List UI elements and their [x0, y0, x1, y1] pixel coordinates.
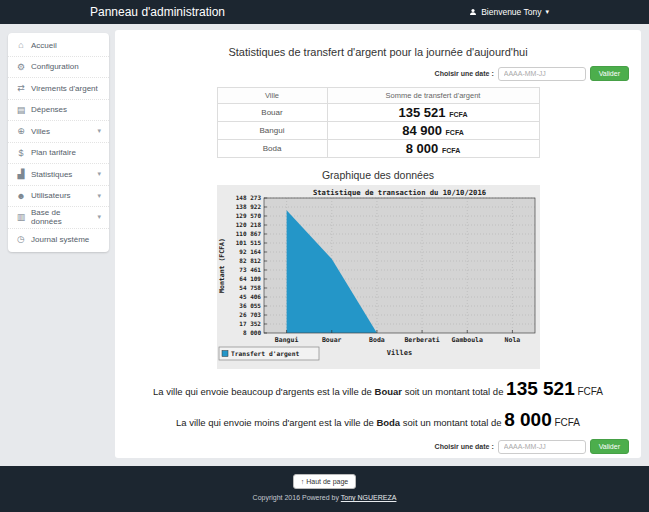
y-tick-label: 129 570	[235, 212, 261, 219]
back-to-top-button[interactable]: ↑ Haut de page	[293, 474, 357, 489]
sidebar-item-plan-tarifaire[interactable]: $Plan tarifaire	[8, 143, 109, 165]
sidebar-item-accueil[interactable]: ⌂Accueil	[8, 35, 109, 57]
app-title: Panneau d'administration	[90, 5, 225, 19]
y-tick-label: 26 703	[239, 311, 261, 318]
summary-max-city: Bouar	[375, 386, 402, 397]
author-link[interactable]: Tony NGUEREZA	[341, 494, 397, 501]
sidebar-item-label: Base de données	[31, 208, 92, 226]
chart-heading: Graphique des données	[115, 169, 641, 181]
sidebar-item-label: Virements d'argent	[31, 84, 98, 93]
amount-value: 135 521	[399, 105, 450, 120]
x-tick-label: Bouar	[321, 336, 341, 344]
date-input-bottom[interactable]	[498, 440, 586, 454]
chevron-down-icon: ▾	[97, 170, 101, 178]
list-icon: ▤	[16, 105, 26, 115]
x-tick-label: Boda	[369, 336, 385, 344]
chevron-down-icon: ▾	[545, 8, 549, 16]
amount-cell: 8 000 FCFA	[327, 140, 539, 158]
chart-icon: ▟	[16, 169, 26, 179]
sidebar-item-label: Villes	[31, 127, 50, 136]
y-tick-label: 36 055	[239, 302, 261, 309]
currency-label: FCFA	[442, 147, 460, 154]
x-tick-label: Nola	[504, 336, 520, 344]
summary-max-middle: soit un montant total de	[405, 386, 504, 397]
user-greeting: Bienvenue Tony	[481, 7, 541, 17]
y-tick-label: 54 758	[239, 284, 261, 291]
copyright: Copyright 2016 Powered by Tony NGUEREZA	[0, 494, 649, 501]
column-header-somme: Somme de transfert d'argent	[327, 88, 539, 104]
chevron-down-icon: ▾	[97, 213, 101, 221]
sidebar-item-label: Configuration	[31, 62, 79, 71]
transfer-icon: ⇄	[16, 83, 26, 93]
validate-button-bottom[interactable]: Valider	[590, 439, 629, 454]
y-axis-label: Montant (FCFA)	[218, 238, 226, 293]
clock-icon: ◷	[16, 234, 26, 244]
date-form-bottom: Choisir une date : Valider	[115, 439, 629, 454]
city-cell: Boda	[217, 140, 327, 158]
summary-min-city: Boda	[376, 417, 400, 428]
sidebar-item-statistiques[interactable]: ▟Statistiques▾	[8, 164, 109, 186]
summary-max-amount: 135 521	[506, 378, 575, 399]
amount-value: 84 900	[402, 123, 445, 138]
y-tick-label: 73 461	[239, 266, 261, 273]
sidebar-item-configuration[interactable]: ⚙Configuration	[8, 57, 109, 79]
validate-button-top[interactable]: Valider	[590, 66, 629, 81]
y-tick-label: 45 406	[239, 293, 261, 300]
summary-min-currency: FCFA	[554, 417, 580, 428]
chevron-down-icon: ▾	[97, 192, 101, 200]
sidebar-item-label: Journal système	[31, 235, 89, 244]
transfer-table: Ville Somme de transfert d'argent Bouar1…	[217, 87, 540, 158]
legend-swatch	[222, 351, 228, 357]
date-label: Choisir une date :	[435, 70, 494, 77]
summary-min: La ville qui envoie moins d'argent est l…	[115, 409, 641, 431]
summary-max-prefix: La ville qui envoie beaucoup d'argents e…	[153, 386, 372, 397]
currency-label: FCFA	[449, 111, 467, 118]
sidebar-item-label: Accueil	[31, 41, 57, 50]
table-row: Boda8 000 FCFA	[217, 140, 539, 158]
date-input-top[interactable]	[498, 67, 586, 81]
table-header-row: Ville Somme de transfert d'argent	[217, 88, 539, 104]
navbar: Panneau d'administration Bienvenue Tony …	[0, 0, 649, 24]
sidebar-item-label: Utilisateurs	[31, 191, 71, 200]
sidebar-item-label: Statistiques	[31, 170, 72, 179]
sidebar-item-virements-argent[interactable]: ⇄Virements d'argent	[8, 78, 109, 100]
globe-icon: ⊕	[16, 126, 26, 136]
sidebar-item-villes[interactable]: ⊕Villes▾	[8, 121, 109, 143]
table-row: Bangui84 900 FCFA	[217, 122, 539, 140]
y-tick-label: 148 273	[235, 194, 261, 201]
date-form-top: Choisir une date : Valider	[115, 66, 629, 81]
currency-label: FCFA	[446, 129, 464, 136]
sidebar-item-journal-systeme[interactable]: ◷Journal système	[8, 229, 109, 251]
summary-min-prefix: La ville qui envoie moins d'argent est l…	[176, 417, 374, 428]
date-label: Choisir une date :	[435, 443, 494, 450]
y-tick-label: 120 218	[235, 221, 261, 228]
column-header-ville: Ville	[217, 88, 327, 104]
database-icon: ▥	[16, 212, 26, 222]
chevron-down-icon: ▾	[97, 127, 101, 135]
sidebar-item-base-de-donnees[interactable]: ▥Base de données▾	[8, 207, 109, 229]
y-tick-label: 64 109	[239, 275, 261, 282]
sidebar-item-label: Plan tarifaire	[31, 148, 76, 157]
user-icon	[469, 8, 477, 16]
amount-cell: 135 521 FCFA	[327, 104, 539, 122]
summary-max-currency: FCFA	[577, 386, 603, 397]
sidebar-item-depenses[interactable]: ▤Dépenses	[8, 100, 109, 122]
user-icon: ☻	[16, 191, 26, 201]
sidebar-menu: ⌂Accueil⚙Configuration⇄Virements d'argen…	[8, 33, 109, 252]
main-content: Statistiques de transfert d'argent pour …	[115, 30, 641, 458]
y-tick-label: 138 922	[235, 203, 261, 210]
x-tick-label: Berberati	[404, 336, 439, 344]
copyright-text: Copyright 2016 Powered by	[253, 494, 339, 501]
table-row: Bouar135 521 FCFA	[217, 104, 539, 122]
page-title: Statistiques de transfert d'argent pour …	[115, 46, 641, 58]
city-cell: Bangui	[217, 122, 327, 140]
gear-icon: ⚙	[16, 62, 26, 72]
sidebar-item-utilisateurs[interactable]: ☻Utilisateurs▾	[8, 186, 109, 208]
user-menu[interactable]: Bienvenue Tony ▾	[469, 7, 549, 17]
y-tick-label: 92 164	[239, 248, 261, 255]
transfer-table-body: Bouar135 521 FCFABangui84 900 FCFABoda8 …	[217, 104, 539, 158]
y-tick-label: 110 867	[235, 230, 261, 237]
x-tick-label: Bangui	[274, 336, 298, 344]
transactions-chart: 8 00017 35226 70336 05545 40654 75864 10…	[217, 185, 540, 369]
y-tick-label: 82 812	[239, 257, 261, 264]
